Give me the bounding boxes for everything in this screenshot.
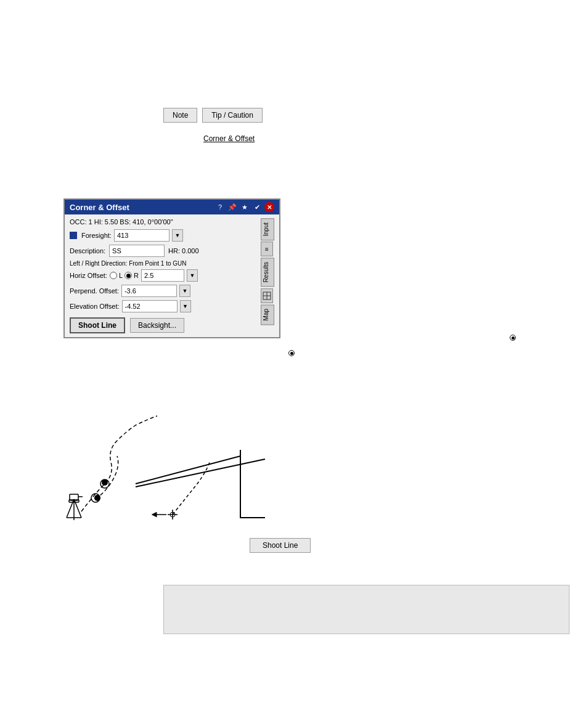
description-label: Description: (70, 247, 105, 255)
small-dot-2 (510, 335, 516, 341)
horiz-l-label: L (119, 272, 123, 279)
horiz-radio-l[interactable] (110, 272, 117, 279)
elev-offset-row: Elevation Offset: ▼ (70, 300, 258, 312)
backsight-button[interactable]: Backsight... (130, 318, 184, 333)
horiz-offset-row: Horiz Offset: L R ▼ (70, 269, 258, 282)
elev-input[interactable] (122, 300, 178, 312)
horiz-input[interactable] (141, 269, 184, 282)
diagram-area (49, 370, 308, 542)
path-dot-2 (102, 479, 108, 486)
horiz-label: Horiz Offset: (70, 272, 107, 279)
bottom-textbox (163, 585, 570, 634)
foresight-input[interactable] (114, 229, 169, 242)
instrument-icon (67, 494, 83, 520)
diagram-svg (49, 370, 308, 542)
perp-input[interactable] (121, 285, 177, 297)
tab-input[interactable]: Input (261, 218, 274, 240)
description-row: Description: HR: 0.000 (70, 245, 258, 257)
diagram-shoot-line-button[interactable]: Shoot Line (250, 538, 311, 553)
corner-offset-link[interactable]: Corner & Offset (203, 134, 255, 143)
description-input[interactable] (109, 245, 165, 257)
horiz-radio-group: L R (110, 272, 139, 279)
bookmark-icon[interactable]: ★ (240, 202, 250, 212)
dialog-title: Corner & Offset (70, 203, 129, 212)
pin-icon[interactable]: 📌 (227, 202, 237, 212)
dialog-body: OCC: 1 HI: 5.50 BS: 410, 0°00'00" Foresi… (65, 214, 279, 337)
occ-line: OCC: 1 HI: 5.50 BS: 410, 0°00'00" (70, 218, 258, 226)
foresight-row: Foresight: ▼ (70, 229, 258, 242)
lr-direction-row: Left / Right Direction: From Point 1 to … (70, 260, 258, 267)
tab-results[interactable]: Results (261, 258, 274, 287)
tab-map[interactable]: Map (261, 304, 274, 325)
close-button[interactable]: ✕ (264, 202, 274, 212)
perp-offset-row: Perpend. Offset: ▼ (70, 285, 258, 297)
note-button[interactable]: Note (163, 108, 197, 123)
elev-label: Elevation Offset: (70, 303, 120, 310)
horiz-radio-r[interactable] (125, 272, 132, 279)
horiz-dropdown[interactable]: ▼ (187, 269, 198, 282)
horiz-r-label: R (134, 272, 139, 279)
tip-caution-button[interactable]: Tip / Caution (202, 108, 263, 123)
dialog-sidebar: Input ≡ Results Map (261, 218, 274, 333)
perp-label: Perpend. Offset: (70, 287, 119, 295)
shoot-line-button[interactable]: Shoot Line (70, 317, 125, 333)
small-dot-1 (288, 350, 295, 356)
dialog-titlebar: Corner & Offset ? 📌 ★ ✔ ✕ (65, 200, 279, 214)
elev-dropdown[interactable]: ▼ (180, 300, 191, 312)
check-icon[interactable]: ✔ (252, 202, 262, 212)
hr-label: HR: 0.000 (168, 247, 199, 255)
help-icon[interactable]: ? (215, 202, 225, 212)
corner-offset-dialog: Corner & Offset ? 📌 ★ ✔ ✕ OCC: 1 HI: 5.5… (63, 198, 280, 338)
path-dot-1 (94, 495, 100, 501)
foresight-checkbox[interactable] (70, 232, 77, 239)
results-icon[interactable]: ≡ (261, 242, 273, 256)
top-buttons-area: Note Tip / Caution (163, 108, 263, 123)
dialog-icon-group: ? 📌 ★ ✔ ✕ (215, 202, 274, 212)
dialog-main-content: OCC: 1 HI: 5.50 BS: 410, 0°00'00" Foresi… (70, 218, 258, 333)
map-icon[interactable] (261, 288, 273, 303)
dialog-bottom-buttons: Shoot Line Backsight... (70, 317, 258, 333)
perp-dropdown[interactable]: ▼ (179, 285, 190, 297)
foresight-dropdown[interactable]: ▼ (172, 229, 183, 242)
foresight-label: Foresight: (81, 232, 112, 239)
svg-line-14 (136, 459, 265, 487)
